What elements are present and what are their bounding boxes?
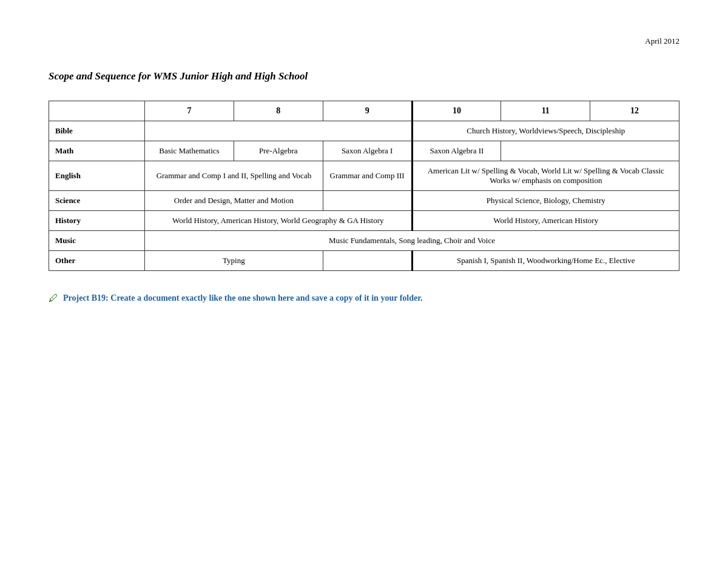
- data-cell: Grammar and Comp I and II, Spelling and …: [145, 161, 323, 191]
- subject-cell: Science: [49, 191, 145, 211]
- page-title: Scope and Sequence for WMS Junior High a…: [49, 70, 679, 82]
- data-cell: [323, 251, 412, 271]
- grade-9-header: 9: [323, 101, 412, 121]
- data-cell: [145, 121, 412, 141]
- subject-cell: History: [49, 211, 145, 231]
- data-cell: [501, 141, 679, 161]
- data-cell: Pre-Algebra: [234, 141, 323, 161]
- subject-cell: Other: [49, 251, 145, 271]
- grade-12-header: 12: [590, 101, 679, 121]
- subject-cell: Music: [49, 231, 145, 251]
- data-cell: World History, American History: [412, 211, 679, 231]
- table-row: EnglishGrammar and Comp I and II, Spelli…: [49, 161, 679, 191]
- subject-cell: English: [49, 161, 145, 191]
- grade-7-header: 7: [145, 101, 234, 121]
- table-row: BibleChurch History, Worldviews/Speech, …: [49, 121, 679, 141]
- project-icon: 🖊: [49, 293, 58, 304]
- table-row: ScienceOrder and Design, Matter and Moti…: [49, 191, 679, 211]
- date-label: April 2012: [49, 36, 679, 46]
- table-row: HistoryWorld History, American History, …: [49, 211, 679, 231]
- subject-cell: Bible: [49, 121, 145, 141]
- data-cell: Basic Mathematics: [145, 141, 234, 161]
- data-cell: Saxon Algebra I: [323, 141, 412, 161]
- data-cell: [323, 191, 412, 211]
- project-line: 🖊 Project B19: Create a document exactly…: [49, 293, 679, 304]
- data-cell: Music Fundamentals, Song leading, Choir …: [145, 231, 679, 251]
- grade-8-header: 8: [234, 101, 323, 121]
- data-cell: American Lit w/ Spelling & Vocab, World …: [412, 161, 679, 191]
- data-cell: Grammar and Comp III: [323, 161, 412, 191]
- data-cell: Spanish I, Spanish II, Woodworking/Home …: [412, 251, 679, 271]
- grade-11-header: 11: [501, 101, 590, 121]
- data-cell: Typing: [145, 251, 323, 271]
- table-row: OtherTypingSpanish I, Spanish II, Woodwo…: [49, 251, 679, 271]
- scope-sequence-table: 7 8 9 10 11 12 BibleChurch History, Worl…: [49, 101, 679, 271]
- data-cell: Saxon Algebra II: [412, 141, 501, 161]
- grade-10-header: 10: [412, 101, 501, 121]
- data-cell: Order and Design, Matter and Motion: [145, 191, 323, 211]
- subject-cell: Math: [49, 141, 145, 161]
- data-cell: Physical Science, Biology, Chemistry: [412, 191, 679, 211]
- subject-header: [49, 101, 145, 121]
- project-text: Project B19: Create a document exactly l…: [63, 293, 423, 303]
- table-row: MathBasic MathematicsPre-AlgebraSaxon Al…: [49, 141, 679, 161]
- data-cell: World History, American History, World G…: [145, 211, 412, 231]
- data-cell: Church History, Worldviews/Speech, Disci…: [412, 121, 679, 141]
- table-row: MusicMusic Fundamentals, Song leading, C…: [49, 231, 679, 251]
